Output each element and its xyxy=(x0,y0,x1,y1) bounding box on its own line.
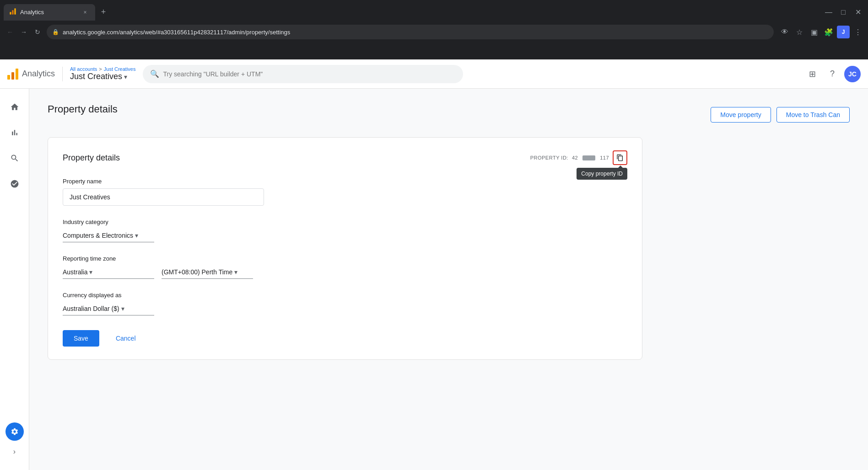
tab-title: Analytics xyxy=(20,9,77,16)
industry-dropdown-icon: ▾ xyxy=(135,232,138,239)
close-window-button[interactable]: ✕ xyxy=(852,6,864,19)
page-header: Property details Move property Move to T… xyxy=(48,103,850,126)
header-divider xyxy=(62,67,63,81)
breadcrumb-separator: > xyxy=(99,66,102,72)
industry-category-select[interactable]: Computers & Electronics ▾ xyxy=(63,229,154,242)
page-title: Property details xyxy=(48,103,118,115)
property-name-input[interactable] xyxy=(63,188,264,206)
property-id-redacted xyxy=(582,155,595,160)
timezone-select[interactable]: (GMT+08:00) Perth Time ▾ xyxy=(162,266,253,279)
copy-tooltip: Copy property ID xyxy=(577,168,627,180)
main-layout: › Property details Move property Move to… xyxy=(0,89,868,470)
property-details-card: Property details PROPERTY ID: 42 117 Cop… xyxy=(48,137,642,360)
svg-rect-2 xyxy=(14,8,16,14)
page-actions: Move property Move to Trash Can xyxy=(711,107,850,123)
split-view-icon[interactable]: ▣ xyxy=(808,26,820,38)
address-bar[interactable]: 🔒 analytics.google.com/analytics/web/#a3… xyxy=(47,25,774,39)
back-button[interactable]: ← xyxy=(4,26,16,38)
sidebar-expand-button[interactable]: › xyxy=(7,444,22,459)
breadcrumb: All accounts > Just Creatives xyxy=(70,66,135,72)
address-bar-row: ← → ↻ 🔒 analytics.google.com/analytics/w… xyxy=(0,21,868,43)
tab-close-button[interactable]: × xyxy=(81,8,90,17)
currency-dropdown-icon: ▾ xyxy=(121,305,124,312)
card-title: Property details xyxy=(63,153,120,163)
currency-field: Currency displayed as Australian Dollar … xyxy=(63,292,627,315)
reload-button[interactable]: ↻ xyxy=(31,26,44,38)
property-id-label: PROPERTY ID: xyxy=(530,155,568,160)
help-button[interactable]: ? xyxy=(824,66,841,82)
browser-chrome: Analytics × + — □ ✕ ← → ↻ 🔒 analytics.go… xyxy=(0,0,868,59)
bookmark-icon[interactable]: ☆ xyxy=(793,26,806,38)
save-area: Save Cancel xyxy=(63,330,627,347)
search-bar[interactable]: 🔍 xyxy=(143,65,463,83)
industry-category-value: Computers & Electronics xyxy=(63,232,133,239)
timezone-value: (GMT+08:00) Perth Time xyxy=(162,268,232,276)
move-property-button[interactable]: Move property xyxy=(711,107,771,123)
property-breadcrumb-link[interactable]: Just Creatives xyxy=(104,66,136,72)
selected-property-name: Just Creatives xyxy=(70,72,122,81)
sidebar-bottom: › xyxy=(5,422,24,463)
industry-category-field: Industry category Computers & Electronic… xyxy=(63,219,627,242)
industry-category-label: Industry category xyxy=(63,219,627,225)
maximize-button[interactable]: □ xyxy=(837,6,850,19)
property-id-suffix: 117 xyxy=(600,155,609,160)
active-tab[interactable]: Analytics × xyxy=(4,4,95,21)
user-avatar[interactable]: JC xyxy=(844,66,861,82)
extensions-icon[interactable]: 🧩 xyxy=(822,26,835,38)
sidebar-item-home[interactable] xyxy=(4,96,26,118)
header-search: 🔍 xyxy=(143,65,797,83)
property-name-label: Property name xyxy=(63,178,627,185)
ga-logo: Analytics xyxy=(7,69,55,80)
tab-favicon xyxy=(9,8,16,16)
card-header: Property details PROPERTY ID: 42 117 Cop… xyxy=(63,150,627,165)
sidebar: › xyxy=(0,89,29,470)
property-id-prefix: 42 xyxy=(572,155,578,160)
timezone-field: Reporting time zone Australia ▾ (GMT+08:… xyxy=(63,255,627,279)
new-tab-button[interactable]: + xyxy=(97,6,110,19)
timezone-country-select[interactable]: Australia ▾ xyxy=(63,266,154,279)
menu-icon[interactable]: ⋮ xyxy=(852,26,864,38)
currency-select[interactable]: Australian Dollar ($) ▾ xyxy=(63,302,154,315)
copy-property-id-button[interactable] xyxy=(613,150,627,165)
window-controls: — □ ✕ xyxy=(822,6,868,19)
eye-off-icon[interactable]: 👁 xyxy=(778,26,791,38)
sidebar-item-advertising[interactable] xyxy=(4,173,26,195)
svg-rect-1 xyxy=(12,10,13,14)
cancel-button[interactable]: Cancel xyxy=(105,330,147,347)
ga-bar-3 xyxy=(16,69,18,80)
timezone-country-value: Australia xyxy=(63,268,87,276)
nav-controls: ← → ↻ xyxy=(4,26,44,38)
apps-button[interactable]: ⊞ xyxy=(804,66,820,82)
main-content: Property details Move property Move to T… xyxy=(29,89,868,470)
header-actions: ⊞ ? JC xyxy=(804,66,861,82)
save-button[interactable]: Save xyxy=(63,330,99,347)
sidebar-item-reports[interactable] xyxy=(4,122,26,144)
property-selector[interactable]: Just Creatives ▾ xyxy=(70,72,135,81)
forward-button[interactable]: → xyxy=(17,26,30,38)
property-id-section: PROPERTY ID: 42 117 Copy property ID xyxy=(530,150,627,165)
currency-value: Australian Dollar ($) xyxy=(63,305,119,312)
property-name-field: Property name xyxy=(63,178,627,206)
move-to-trash-button[interactable]: Move to Trash Can xyxy=(776,107,850,123)
app-header: Analytics All accounts > Just Creatives … xyxy=(0,59,868,89)
timezone-label: Reporting time zone xyxy=(63,255,627,262)
search-icon: 🔍 xyxy=(150,69,159,78)
timezone-row: Australia ▾ (GMT+08:00) Perth Time ▾ xyxy=(63,266,627,279)
app: Analytics All accounts > Just Creatives … xyxy=(0,59,868,470)
minimize-button[interactable]: — xyxy=(822,6,835,19)
svg-rect-0 xyxy=(10,12,11,14)
all-accounts-link[interactable]: All accounts xyxy=(70,66,97,72)
url-text: analytics.google.com/analytics/web/#a303… xyxy=(63,29,768,36)
security-lock-icon: 🔒 xyxy=(52,29,59,35)
currency-label: Currency displayed as xyxy=(63,292,627,299)
copy-button-wrapper: Copy property ID xyxy=(613,150,627,165)
profile-avatar[interactable]: J xyxy=(837,26,850,38)
sidebar-item-explore[interactable] xyxy=(4,147,26,169)
ga-bar-1 xyxy=(7,75,10,80)
settings-button[interactable] xyxy=(5,422,24,441)
tab-bar: Analytics × + — □ ✕ xyxy=(0,0,868,21)
property-dropdown-icon: ▾ xyxy=(124,73,127,80)
browser-actions: 👁 ☆ ▣ 🧩 J ⋮ xyxy=(778,26,864,38)
ga-logo-icon xyxy=(7,69,18,80)
search-input[interactable] xyxy=(163,70,456,78)
